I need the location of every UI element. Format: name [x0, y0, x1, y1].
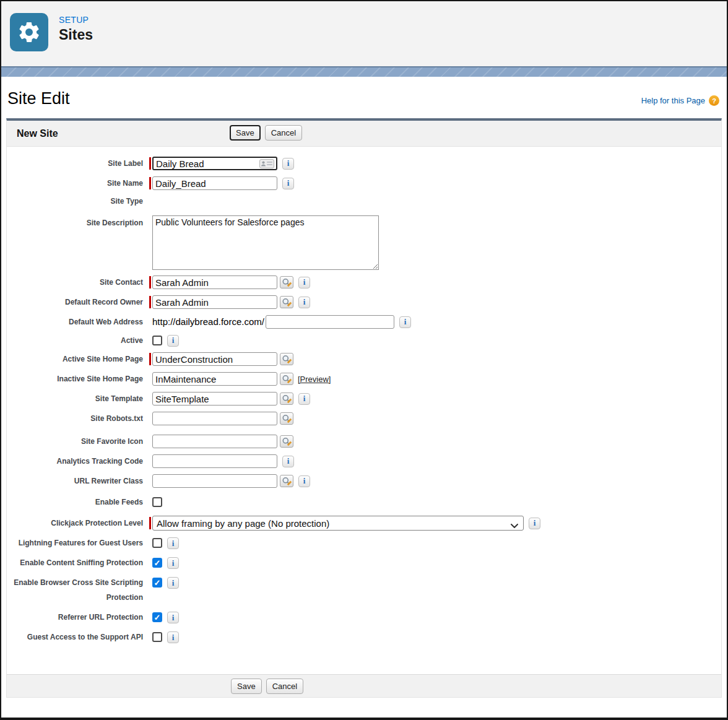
field-row-site-contact: Site Contact i: [7, 275, 721, 290]
info-icon[interactable]: i: [529, 518, 540, 529]
field-row-xss-protection: Enable Browser Cross Site Scripting Prot…: [7, 575, 721, 605]
info-icon[interactable]: i: [167, 537, 179, 549]
default-record-owner-input[interactable]: [152, 295, 277, 309]
field-row-enable-feeds: Enable Feeds: [7, 496, 721, 508]
default-web-address-input[interactable]: [266, 315, 394, 329]
referrer-url-checkbox[interactable]: ✓: [152, 612, 162, 622]
save-button-top[interactable]: Save: [230, 125, 261, 141]
field-row-clickjack-protection-level: Clickjack Protection Level Allow framing…: [7, 516, 721, 531]
preview-link[interactable]: [Preview]: [298, 375, 331, 384]
site-favorite-icon-input[interactable]: [152, 435, 277, 448]
field-row-site-label: Site Label i: [7, 156, 721, 171]
info-icon[interactable]: i: [282, 158, 294, 170]
info-icon[interactable]: i: [167, 335, 179, 347]
lookup-icon[interactable]: [280, 435, 293, 448]
info-icon[interactable]: i: [298, 277, 310, 288]
lookup-icon[interactable]: [280, 373, 293, 385]
field-label: Default Record Owner: [7, 295, 143, 310]
lightning-features-checkbox[interactable]: [152, 538, 162, 548]
lookup-icon[interactable]: [280, 276, 293, 288]
field-label: Active: [7, 334, 143, 347]
field-row-referrer-url-protection: Referrer URL Protection ✓ i: [7, 610, 721, 625]
lookup-icon[interactable]: [280, 296, 293, 308]
field-label: Default Web Address: [7, 314, 143, 329]
field-label: Active Site Home Page: [7, 352, 143, 367]
info-icon[interactable]: i: [298, 393, 310, 405]
save-button-bottom[interactable]: Save: [231, 679, 262, 694]
field-label: Referrer URL Protection: [7, 610, 143, 625]
url-rewriter-class-input[interactable]: [152, 474, 277, 488]
field-row-site-name: Site Name i: [7, 176, 721, 191]
xss-protection-checkbox[interactable]: ✓: [152, 578, 162, 588]
field-label: Enable Browser Cross Site Scripting Prot…: [7, 575, 143, 605]
info-icon[interactable]: i: [298, 475, 310, 487]
site-robots-input[interactable]: [152, 412, 277, 425]
gear-icon-glyph: [17, 20, 41, 45]
info-icon[interactable]: i: [167, 631, 179, 643]
inactive-site-home-page-input[interactable]: [152, 372, 277, 386]
field-label: Enable Feeds: [7, 496, 143, 508]
field-row-active: Active i: [7, 334, 721, 347]
field-label: Site Contact: [7, 275, 143, 290]
field-label: Inactive Site Home Page: [7, 371, 143, 386]
lookup-icon[interactable]: [280, 475, 293, 487]
lookup-icon[interactable]: [280, 353, 293, 365]
decorative-banner: [1, 66, 727, 77]
section-title: New Site: [17, 128, 58, 139]
field-row-default-web-address: Default Web Address http://dailybread.fo…: [7, 314, 721, 329]
analytics-tracking-code-input[interactable]: [152, 454, 277, 468]
info-icon[interactable]: i: [167, 557, 179, 569]
content-sniffing-checkbox[interactable]: ✓: [152, 558, 162, 568]
field-label: Lightning Features for Guest Users: [7, 536, 143, 550]
info-icon[interactable]: i: [282, 456, 294, 467]
field-row-site-template: Site Template i: [7, 391, 721, 406]
gear-icon: [10, 13, 48, 51]
info-icon[interactable]: i: [282, 178, 294, 189]
field-row-lightning-features-guest-users: Lightning Features for Guest Users i: [7, 536, 721, 550]
setup-header: SETUP Sites: [1, 1, 727, 66]
site-edit-form: Site Label i Site Name i: [7, 147, 721, 674]
setup-breadcrumb: SETUP: [59, 15, 93, 25]
field-row-site-favorite-icon: Site Favorite Icon: [7, 434, 721, 449]
section-footer: Save Cancel: [7, 674, 721, 697]
site-name-input[interactable]: [152, 176, 277, 190]
field-row-analytics-tracking-code: Analytics Tracking Code i: [7, 454, 721, 469]
active-checkbox[interactable]: [152, 336, 162, 345]
autofill-contact-icon[interactable]: [259, 159, 274, 171]
field-label: Site Name: [7, 176, 143, 191]
info-icon[interactable]: i: [298, 297, 310, 308]
field-row-content-sniffing-protection: Enable Content Sniffing Protection ✓ i: [7, 555, 721, 570]
sites-setup-window: { "header": { "setup_label": "SETUP", "t…: [0, 0, 728, 720]
field-row-site-description: Site Description Public Volunteers for S…: [7, 215, 721, 270]
lookup-icon[interactable]: [280, 393, 293, 405]
clickjack-protection-select[interactable]: Allow framing by any page (No protection…: [152, 516, 524, 531]
site-contact-input[interactable]: [152, 275, 277, 289]
guest-access-checkbox[interactable]: [152, 632, 162, 642]
field-label: Enable Content Sniffing Protection: [7, 555, 143, 570]
site-description-textarea[interactable]: Public Volunteers for Salesforce pages: [152, 215, 379, 270]
field-label: Site Description: [7, 215, 143, 230]
info-icon[interactable]: i: [167, 612, 179, 623]
question-mark-icon[interactable]: ?: [709, 95, 719, 106]
active-site-home-page-input[interactable]: [152, 352, 277, 366]
required-bar: [149, 296, 151, 308]
field-label: Site Robots.txt: [7, 411, 143, 426]
required-bar: [149, 353, 151, 365]
site-template-input[interactable]: [152, 392, 277, 406]
lookup-icon[interactable]: [280, 412, 293, 425]
enable-feeds-checkbox[interactable]: [152, 497, 162, 507]
cancel-button-top[interactable]: Cancel: [265, 125, 302, 141]
cancel-button-bottom[interactable]: Cancel: [266, 679, 303, 694]
info-icon[interactable]: i: [167, 577, 179, 589]
field-row-active-site-home-page: Active Site Home Page: [7, 352, 721, 367]
field-label: Site Type: [7, 196, 143, 207]
field-row-guest-access-support-api: Guest Access to the Support API i: [7, 630, 721, 644]
field-label: URL Rewriter Class: [7, 474, 143, 488]
required-bar: [149, 517, 151, 529]
field-row-default-record-owner: Default Record Owner i: [7, 295, 721, 310]
help-for-this-page-link[interactable]: Help for this Page: [641, 96, 705, 105]
info-icon[interactable]: i: [399, 316, 411, 328]
page-app-title: Sites: [59, 27, 93, 43]
site-label-input[interactable]: [152, 157, 277, 170]
web-address-prefix: http://dailybread.force.com/: [152, 314, 264, 329]
